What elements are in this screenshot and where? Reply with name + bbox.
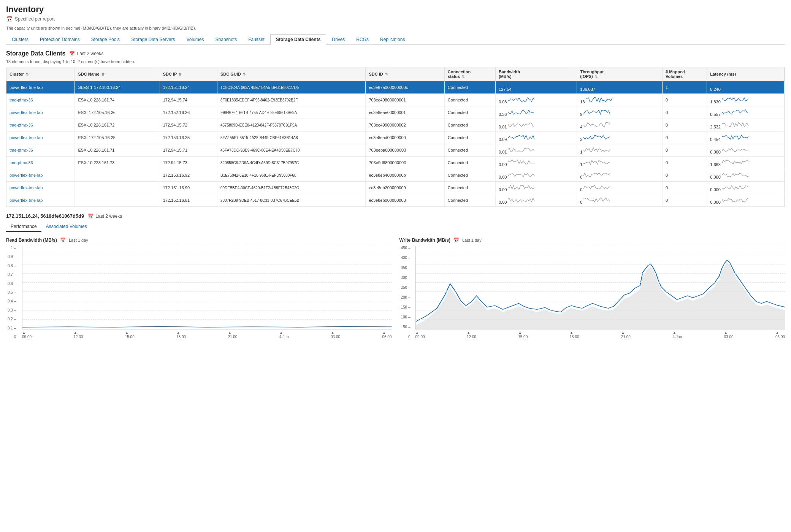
col-cluster[interactable]: Cluster ⇅ [6,67,75,81]
cell-sdc-id: ec3e8eb000000003 [366,194,444,207]
table-row[interactable]: tme-pfmc-36 ESX-10.228.161.71 172.94.15.… [6,144,785,157]
table-row[interactable]: powerflex-tme-lab ESXi-172.105.16.26 172… [6,106,785,119]
cell-sdc-name: ESX-10.228.161.72 [75,119,160,131]
y-label: 150 – [401,305,411,309]
tab-protection-domains[interactable]: Protection Domains [34,34,86,44]
table-row[interactable]: tme-pfmc-36 ESX-10.228.161.73 172.94.15.… [6,157,785,169]
cluster-link[interactable]: tme-pfmc-36 [10,160,33,165]
x-label: ▲18:00 [570,331,579,339]
cell-sdc-guid: B1E75042-6E18-4F18-9681-FEFD95080F68 [217,169,365,182]
cell-sdc-ip: 172.94.15.71 [160,144,217,157]
x-label: ▲12:00 [467,331,476,339]
tab-snapshots[interactable]: Snapshots [210,34,243,44]
cluster-link[interactable]: tme-pfmc-36 [10,148,33,152]
cell-mapped-volumes: 1 [662,81,707,94]
y-label: 0.7 – [8,272,16,277]
section-calendar-icon: 📅 [69,51,75,56]
cell-latency: 2.532 [707,119,785,131]
table-row[interactable]: powerflex-tme-lab 172.153.16.92 B1E75042… [6,169,785,182]
cell-throughput: 9 [577,106,663,119]
col-sdc-ip[interactable]: SDC IP ⇅ [160,67,217,81]
charts-row: Read Bandwidth (MB/s) 📅 Last 1 day 1 – 0… [6,238,785,339]
tab-storage-data-clients[interactable]: Storage Data Clients [270,34,326,45]
tab-drives[interactable]: Drives [326,34,350,44]
cell-cluster: powerflex-tme-lab [6,81,75,94]
col-sdc-name[interactable]: SDC Name ⇅ [75,67,160,81]
col-sdc-id[interactable]: SDC ID ⇅ [366,67,444,81]
tab-rcgs[interactable]: RCGs [350,34,374,44]
cluster-link[interactable]: powerflex-tme-lab [10,85,43,90]
cluster-link[interactable]: powerflex-tme-lab [10,110,43,115]
cluster-link[interactable]: powerflex-tme-lab [10,185,43,190]
table-row[interactable]: tme-pfmc-36 ESX-10.228.161.72 172.94.15.… [6,119,785,131]
write-bandwidth-date-range: Last 1 day [462,238,482,242]
cell-sdc-guid: 8F0E1835-EDCF-4F96-8462-E93EB3792B2F [217,94,365,106]
cluster-link[interactable]: tme-pfmc-36 [10,98,33,102]
write-bandwidth-chart: Write Bandwidth (MB/s) 📅 Last 1 day 450 … [399,238,785,339]
cluster-link[interactable]: tme-pfmc-36 [10,123,33,127]
table-row[interactable]: powerflex-tme-lab 172.151.16.90 09DFBBE4… [6,182,785,194]
detail-date-range: Last 2 weeks [95,214,122,219]
x-label: ▲06:00 [775,331,785,339]
cell-bandwidth: 127.54 [495,81,577,94]
cell-throughput: 0 [577,169,663,182]
cell-cluster: powerflex-tme-lab [6,131,75,144]
cell-connection-status: Connected [444,182,495,194]
detail-tab-associated-volumes[interactable]: Associated Volumes [41,222,92,232]
result-count: 13 elements found, displaying 1 to 10. 2… [6,59,785,64]
detail-tab-performance[interactable]: Performance [6,222,41,232]
cell-sdc-guid: 2307F2B9-9DEB-4517-8C33-0B7C67BCEE5B [217,194,365,207]
table-row[interactable]: powerflex-tme-lab SLES-1-172.100.16.24 1… [6,81,785,94]
tab-storage-pools[interactable]: Storage Pools [86,34,125,44]
y-label: 350 – [401,266,411,270]
cell-bandwidth: 0.00 [495,169,577,182]
cell-sdc-ip: 172.151.16.24 [160,81,217,94]
table-row[interactable]: powerflex-tme-lab ESXi-172.105.16.25 172… [6,131,785,144]
x-label: ▲03:00 [724,331,734,339]
col-connection-status[interactable]: Connectionstatus ⇅ [444,67,495,81]
cell-throughput: 0 [577,194,663,207]
read-bandwidth-calendar-icon: 📅 [60,238,66,243]
cell-sdc-name [75,182,160,194]
cell-connection-status: Connected [444,119,495,131]
cell-sdc-id: 703ec49800000001 [366,94,444,106]
cell-bandwidth: 0.09 [495,131,577,144]
cell-sdc-id: 703ec49900000002 [366,119,444,131]
tab-faultset[interactable]: Faultset [243,34,270,44]
x-label: ▲21:00 [228,331,237,339]
cluster-link[interactable]: powerflex-tme-lab [10,173,43,177]
cell-mapped-volumes: 0 [662,194,707,207]
cell-bandwidth: 0.00 [495,194,577,207]
tab-clusters[interactable]: Clusters [6,34,34,44]
cell-connection-status: Connected [444,194,495,207]
cluster-link[interactable]: powerflex-tme-lab [10,135,43,140]
cell-cluster: tme-pfmc-36 [6,94,75,106]
detail-calendar-icon: 📅 [88,214,94,219]
col-throughput[interactable]: Throughput(IOPS) ⇅ [577,67,663,81]
cell-sdc-ip: 172.153.16.92 [160,169,217,182]
cell-sdc-name: ESX-10.228.161.71 [75,144,160,157]
x-label: ▲03:00 [331,331,340,339]
table-row[interactable]: tme-pfmc-36 ESX-10.228.161.74 172.94.15.… [6,94,785,106]
col-mapped-volumes: # MappedVolumes [662,67,707,81]
table-row[interactable]: powerflex-tme-lab 172.152.16.81 2307F2B9… [6,194,785,207]
y-label: 0.6 – [8,282,16,286]
tab-replications[interactable]: Replications [374,34,411,44]
cell-latency: 0.000 [707,169,785,182]
cell-mapped-volumes: 0 [662,182,707,194]
y-label: 100 – [401,315,411,319]
y-label: 250 – [401,285,411,290]
cell-cluster: tme-pfmc-36 [6,144,75,157]
read-y-axis: 1 – 0.9 – 0.8 – 0.7 – 0.6 – 0.5 – 0.4 – … [8,246,16,339]
tab-storage-data-servers[interactable]: Storage Data Servers [125,34,181,44]
y-label: 0.1 – [8,326,16,330]
cluster-link[interactable]: powerflex-tme-lab [10,198,43,203]
x-label: ▲4-Jan [279,331,289,339]
cell-sdc-guid: 4575809D-ECE8-4120-842F-F53787C91F9A [217,119,365,131]
write-y-axis: 450 – 400 – 350 – 300 – 250 – 200 – 150 … [401,246,411,339]
tab-volumes[interactable]: Volumes [181,34,210,44]
read-bandwidth-svg [22,246,392,329]
col-sdc-guid[interactable]: SDC GUID ⇅ [217,67,365,81]
subtitle-text: Specified per report [15,16,55,22]
detail-section: 172.151.16.24, 5618dfe61067d5d9 📅 Last 2… [6,213,785,339]
